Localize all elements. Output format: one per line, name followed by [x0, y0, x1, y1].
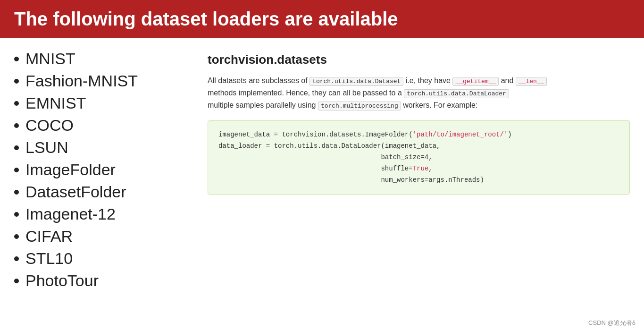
desc-part2: i.e, they have: [406, 76, 453, 85]
bullet-icon: [14, 168, 19, 172]
bullet-icon: [14, 101, 19, 106]
left-panel: MNISTFashion-MNISTEMNISTCOCOLSUNImageFol…: [14, 48, 193, 317]
right-panel: torchvision.datasets All datasets are su…: [208, 48, 630, 317]
list-item: LSUN: [14, 136, 193, 159]
list-item-label: COCO: [25, 116, 74, 135]
list-item-label: LSUN: [25, 138, 68, 157]
bullet-list: MNISTFashion-MNISTEMNISTCOCOLSUNImageFol…: [14, 48, 193, 292]
list-item-label: PhotoTour: [25, 272, 99, 290]
list-item: Fashion-MNIST: [14, 70, 193, 92]
inline-code-4: torch.utils.data.DataLoader: [404, 89, 509, 98]
list-item-label: STL10: [25, 249, 73, 268]
content: MNISTFashion-MNISTEMNISTCOCOLSUNImageFol…: [0, 38, 644, 327]
bullet-icon: [14, 145, 19, 150]
inline-code-2: __getitem__: [452, 77, 499, 86]
desc-part4: methods implemented. Hence, they can all…: [208, 89, 404, 97]
code-block: imagenet_data = torchvision.datasets.Ima…: [208, 120, 630, 195]
footer: CSDN @追光者δ: [588, 319, 636, 327]
bullet-icon: [14, 190, 19, 195]
list-item-label: MNIST: [25, 50, 75, 68]
list-item: COCO: [14, 114, 193, 136]
list-item: PhotoTour: [14, 270, 193, 292]
code-line4: shuffle=True,: [218, 165, 433, 172]
list-item: CIFAR: [14, 225, 193, 247]
code-line3: batch_size=4,: [218, 153, 433, 161]
bullet-icon: [14, 57, 19, 61]
description-text: All datasets are subclasses of torch.uti…: [208, 75, 630, 111]
desc-part6: workers. For example:: [403, 101, 477, 109]
list-item: EMNIST: [14, 92, 193, 114]
code-line5: num_workers=args.nThreads): [218, 176, 484, 184]
inline-code-3: __len__: [516, 77, 547, 86]
list-item-label: Fashion-MNIST: [25, 72, 138, 90]
list-item: ImageFolder: [14, 159, 193, 181]
list-item: DatasetFolder: [14, 181, 193, 203]
bullet-icon: [14, 256, 19, 261]
list-item-label: EMNIST: [25, 94, 86, 112]
list-item: MNIST: [14, 48, 193, 70]
list-item-label: ImageFolder: [25, 161, 116, 179]
bullet-icon: [14, 123, 19, 128]
desc-part3: and: [501, 76, 516, 85]
bullet-icon: [14, 79, 19, 84]
list-item: Imagenet-12: [14, 203, 193, 225]
list-item: STL10: [14, 247, 193, 270]
desc-part6-lead: multiple samples parallelly using: [208, 101, 318, 109]
header: The following dataset loaders are availa…: [0, 0, 644, 38]
desc-part1: All datasets are subclasses of: [208, 76, 308, 85]
list-item-label: Imagenet-12: [25, 205, 116, 223]
list-item-label: DatasetFolder: [25, 183, 126, 201]
bullet-icon: [14, 234, 19, 239]
footer-text: CSDN @追光者δ: [588, 319, 636, 326]
code-line1: imagenet_data = torchvision.datasets.Ima…: [218, 131, 512, 138]
list-item-label: CIFAR: [25, 227, 73, 246]
header-title: The following dataset loaders are availa…: [14, 8, 398, 29]
code-line2: data_loader = torch.utils.data.DataLoade…: [218, 142, 440, 150]
inline-code-1: torch.utils.data.Dataset: [309, 77, 403, 86]
inline-code-5: torch.multiprocessing: [318, 102, 401, 110]
section-title: torchvision.datasets: [208, 52, 630, 67]
bullet-icon: [14, 279, 19, 283]
bullet-icon: [14, 212, 19, 217]
